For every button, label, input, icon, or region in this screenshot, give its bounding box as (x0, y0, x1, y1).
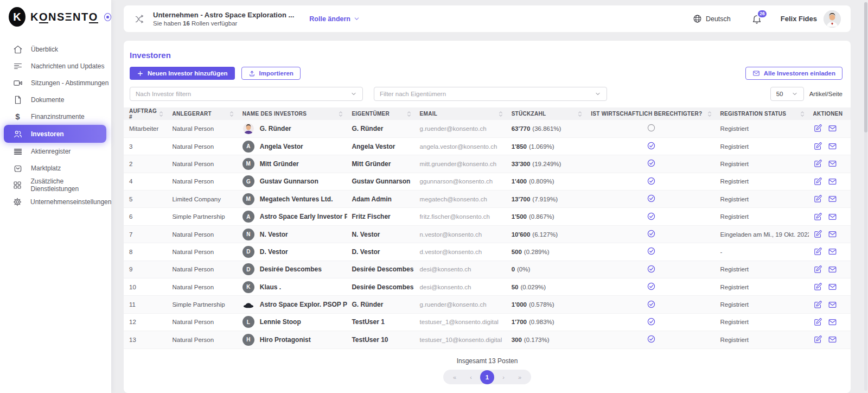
edit-investor-button[interactable] (813, 212, 822, 221)
page-scrollbar[interactable] (864, 2, 867, 391)
column-header[interactable]: Aktionen (809, 107, 851, 120)
edit-investor-button[interactable] (813, 177, 822, 186)
sidebar-item-dokumente[interactable]: Dokumente (0, 91, 111, 108)
email-investor-button[interactable] (828, 282, 837, 291)
investor-name-cell[interactable]: HHiro Protagonist (242, 334, 343, 346)
sidebar-item-aktienregister[interactable]: Aktienregister (0, 143, 111, 160)
switch-company-icon[interactable] (133, 13, 145, 25)
owner-filter-select[interactable]: Filter nach Eigentümern (374, 87, 607, 101)
sidebar-item-unternehmenseinstellungen[interactable]: Unternehmenseinstellungen (0, 193, 111, 210)
import-button[interactable]: Importieren (241, 67, 301, 80)
investor-name-cell[interactable]: MMitt Gründer (242, 158, 343, 170)
column-header[interactable]: Name des Investors (238, 107, 348, 120)
column-header[interactable]: Stückzahl (507, 107, 587, 120)
sidebar-item-label: Zusätzliche Dienstleistungen (30, 178, 111, 193)
order-cell: 10 (124, 278, 168, 296)
column-header[interactable]: Ist wirtschaftlich Berechtigter? (586, 107, 716, 120)
edit-investor-button[interactable] (813, 124, 822, 133)
edit-investor-button[interactable] (813, 300, 822, 309)
investor-name-cell[interactable]: KKlaus . (242, 281, 343, 293)
investor-name-cell[interactable]: AAngela Vestor (242, 141, 343, 153)
edit-investor-button[interactable] (813, 318, 822, 327)
sidebar-item-marktplatz[interactable]: Marktplatz (0, 160, 111, 176)
email-investor-button[interactable] (828, 177, 837, 186)
investor-name-cell[interactable]: GGustav Gunnarson (242, 175, 343, 187)
column-header[interactable]: Eigentümer (347, 107, 415, 120)
email-investor-button[interactable] (828, 159, 837, 168)
column-header[interactable]: Email (416, 107, 507, 120)
target-icon[interactable] (104, 13, 111, 21)
last-page-button[interactable]: » (513, 370, 527, 384)
edit-investor-button[interactable] (813, 230, 822, 239)
quantity-cell: 13'700(7.919%) (507, 191, 587, 208)
user-avatar[interactable] (824, 10, 841, 28)
investor-name-cell[interactable]: Astro Space Explor. PSOP Pool (242, 299, 343, 310)
column-header[interactable]: Registration Status (716, 107, 809, 120)
edit-investor-button[interactable] (813, 265, 822, 274)
first-page-button[interactable]: « (448, 370, 462, 384)
email-investor-button[interactable] (828, 212, 837, 221)
sidebar-item-zusätzliche-dienstleistungen[interactable]: Zusätzliche Dienstleistungen (0, 176, 111, 193)
sort-icon[interactable] (499, 111, 503, 117)
investor-name-cell[interactable]: MMegatech Ventures Ltd. (242, 193, 343, 205)
invite-all-button[interactable]: Alle Investoren einladen (745, 67, 843, 80)
edit-investor-button[interactable] (813, 335, 822, 344)
investor-name-cell[interactable]: NN. Vestor (242, 229, 343, 240)
email-investor-button[interactable] (828, 142, 837, 151)
email-cell: fritz.fischer@konsento.ch (416, 208, 507, 225)
sort-icon[interactable] (229, 111, 234, 117)
sort-icon[interactable] (407, 111, 411, 117)
email-investor-button[interactable] (828, 318, 837, 327)
column-header[interactable]: Auftrag # (124, 107, 168, 120)
previous-page-button[interactable]: ‹ (464, 370, 478, 384)
edit-icon (813, 230, 822, 239)
edit-investor-button[interactable] (813, 159, 822, 168)
investor-name-cell[interactable]: DDesirée Descombes (242, 263, 343, 275)
investor-initial-avatar: M (242, 193, 254, 205)
investor-filter-select[interactable]: Nach Investor filtern (130, 87, 363, 101)
brand-logo[interactable]: K KONSΞNTO (0, 0, 111, 27)
edit-investor-button[interactable] (813, 194, 822, 204)
language-selector[interactable]: Deutsch (693, 14, 731, 23)
sort-icon[interactable] (339, 111, 343, 117)
email-investor-button[interactable] (828, 300, 837, 309)
investor-name-cell[interactable]: G. Ründer (242, 123, 343, 135)
edit-investor-button[interactable] (813, 247, 822, 256)
column-header[interactable]: Anlegerart (168, 107, 238, 120)
add-investor-button[interactable]: Neuen Investor hinzufügen (130, 67, 235, 80)
edit-investor-button[interactable] (813, 142, 822, 151)
email-investor-button[interactable] (828, 335, 837, 344)
sort-icon[interactable] (159, 111, 163, 117)
next-page-button[interactable]: › (496, 370, 510, 384)
order-cell: 6 (124, 208, 168, 225)
scrollbar-thumb[interactable] (864, 2, 867, 132)
sort-icon[interactable] (800, 111, 805, 117)
email-investor-button[interactable] (828, 194, 837, 204)
notifications-button[interactable]: 26 (751, 14, 762, 24)
investor-name-cell[interactable]: DD. Vestor (242, 246, 343, 258)
email-investor-button[interactable] (828, 265, 837, 274)
role-change-button[interactable]: Rolle ändern (309, 15, 360, 23)
sidebar-item-sitzungen-abstimmungen[interactable]: Sitzungen - Abstimmungen (0, 74, 111, 91)
edit-investor-button[interactable] (813, 282, 822, 291)
sidebar-item-finanzinstrumente[interactable]: $Finanzinstrumente (0, 108, 111, 125)
sort-icon[interactable] (707, 111, 712, 117)
sidebar-item-investoren[interactable]: Investoren (4, 125, 106, 143)
sidebar-item-überblick[interactable]: Überblick (0, 41, 111, 58)
beneficial-check-icon (647, 176, 656, 186)
investor-name-cell[interactable]: LLennie Stoop (242, 316, 343, 328)
table-header-row: Auftrag #AnlegerartName des InvestorsEig… (124, 107, 851, 120)
upload-icon (248, 70, 256, 77)
investor-name-cell[interactable]: AAstro Space Early Investor Pool (242, 211, 343, 223)
email-investor-button[interactable] (828, 247, 837, 256)
table-row: 8Natural PersonDD. VestorD. Vestord.vest… (124, 243, 851, 261)
main-column: Unternehmen - Astro Space Exploration ..… (124, 0, 851, 393)
sidebar-item-label: Aktienregister (31, 148, 71, 155)
sidebar-item-nachrichten-und-updates[interactable]: Nachrichten und Updates (0, 58, 111, 74)
page-size-select[interactable]: 50 (770, 87, 804, 101)
email-investor-button[interactable] (828, 124, 837, 133)
sort-icon[interactable] (578, 111, 582, 117)
email-investor-button[interactable] (828, 230, 837, 239)
current-page-button[interactable]: 1 (480, 370, 494, 384)
company-switcher[interactable]: Unternehmen - Astro Space Exploration ..… (153, 11, 294, 27)
